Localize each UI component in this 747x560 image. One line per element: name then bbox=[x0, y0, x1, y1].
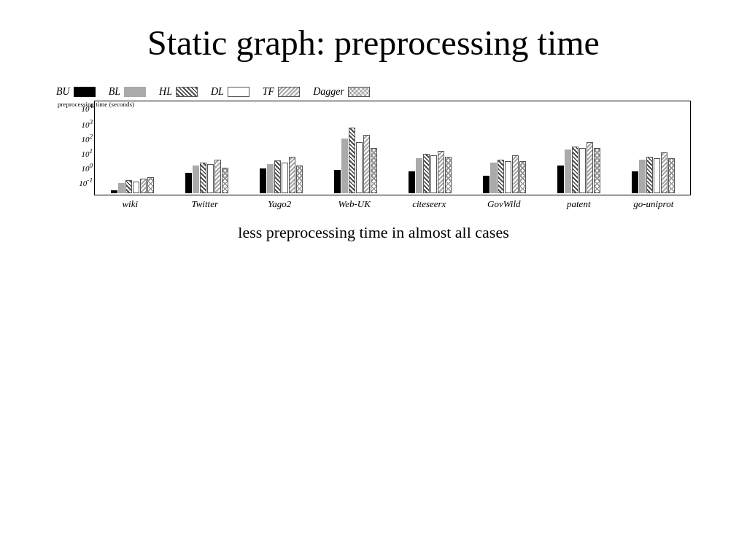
x-label-twitter: Twitter bbox=[168, 195, 243, 210]
x-label-yago2: Yago2 bbox=[242, 195, 317, 210]
bars-chart bbox=[94, 101, 691, 195]
x-label-citeseerx: citeseerx bbox=[392, 195, 467, 210]
x-label-wiki: wiki bbox=[93, 195, 168, 210]
bar-citeseerx-tf bbox=[438, 151, 444, 193]
bar-gouniprot-bu bbox=[632, 171, 638, 193]
bar-twitter-dl bbox=[207, 164, 214, 193]
y-tick-1: 101 bbox=[81, 147, 93, 158]
bar-patent-bl bbox=[565, 149, 571, 193]
legend-item-dl: DL bbox=[211, 86, 249, 98]
bar-twitter-hl bbox=[200, 163, 206, 193]
bar-yago2-bl bbox=[267, 164, 274, 193]
bar-twitter-bu bbox=[185, 173, 192, 193]
bar-webuk-dl bbox=[356, 142, 363, 193]
bar-webuk-dagger bbox=[371, 148, 377, 193]
bar-govwild-bl bbox=[490, 163, 497, 193]
legend-label-dl: DL bbox=[211, 86, 224, 98]
bar-citeseerx-bu bbox=[409, 171, 415, 193]
legend-label-bu: BU bbox=[56, 86, 70, 98]
bar-yago2-dagger bbox=[296, 166, 303, 193]
legend-item-bu: BU bbox=[56, 86, 96, 98]
y-tick-neg1: 10-1 bbox=[79, 176, 93, 187]
bar-webuk-hl bbox=[349, 128, 355, 193]
bar-webuk-tf bbox=[363, 135, 370, 193]
bar-patent-dagger bbox=[594, 148, 600, 193]
group-yago2 bbox=[244, 103, 318, 193]
legend-item-bl: BL bbox=[109, 86, 146, 98]
x-label-gouniprot: go-uniprot bbox=[616, 195, 692, 210]
bar-gouniprot-hl bbox=[646, 157, 653, 193]
group-gouniprot bbox=[616, 103, 690, 193]
bar-govwild-tf bbox=[512, 155, 519, 193]
y-tick-3: 103 bbox=[81, 118, 93, 129]
bar-govwild-hl bbox=[498, 160, 504, 193]
bar-yago2-hl bbox=[274, 160, 281, 193]
bar-gouniprot-bl bbox=[639, 160, 646, 193]
bar-webuk-bl bbox=[341, 139, 348, 193]
y-tick-0: 100 bbox=[81, 162, 93, 173]
legend-label-bl: BL bbox=[109, 86, 120, 98]
bar-wiki-dl bbox=[133, 182, 139, 193]
bar-patent-bu bbox=[557, 166, 564, 193]
bar-gouniprot-dl bbox=[654, 158, 660, 193]
bar-wiki-bl bbox=[118, 183, 125, 193]
bar-yago2-tf bbox=[289, 157, 295, 193]
legend-item-hl: HL bbox=[159, 86, 198, 98]
bar-wiki-dagger bbox=[147, 177, 154, 193]
legend-label-hl: HL bbox=[159, 86, 172, 98]
bar-patent-hl bbox=[572, 147, 578, 193]
group-govwild bbox=[467, 103, 541, 193]
chart-legend: BU BL HL DL TF Dagger bbox=[56, 86, 691, 98]
x-label-webuk: Web-UK bbox=[317, 195, 392, 210]
bar-twitter-dagger bbox=[222, 168, 228, 193]
group-patent bbox=[541, 103, 616, 193]
bar-patent-dl bbox=[579, 148, 586, 193]
page: Static graph: preprocessing time BU BL H… bbox=[0, 0, 747, 560]
bar-govwild-bu bbox=[483, 176, 489, 193]
group-twitter bbox=[169, 103, 244, 193]
bar-twitter-tf bbox=[214, 160, 221, 193]
legend-box-hl bbox=[176, 87, 198, 97]
legend-label-tf: TF bbox=[263, 86, 274, 98]
bar-twitter-bl bbox=[193, 166, 199, 193]
legend-box-bu bbox=[74, 87, 96, 97]
chart-container: BU BL HL DL TF Dagger bbox=[56, 86, 691, 210]
bar-citeseerx-hl bbox=[423, 154, 430, 193]
x-axis-labels: wiki Twitter Yago2 Web-UK citeseerx GovW… bbox=[56, 195, 691, 210]
bar-yago2-dl bbox=[282, 163, 288, 193]
group-wiki bbox=[95, 103, 169, 193]
legend-label-dagger: Dagger bbox=[313, 86, 344, 98]
page-title: Static graph: preprocessing time bbox=[147, 22, 600, 64]
y-axis: preprocessing time (seconds) 104 103 102… bbox=[56, 101, 94, 195]
group-webuk bbox=[318, 103, 392, 193]
bar-webuk-bu bbox=[334, 170, 341, 193]
bar-patent-tf bbox=[587, 142, 593, 193]
group-citeseerx bbox=[392, 103, 467, 193]
subtitle: less preprocessing time in almost all ca… bbox=[238, 223, 508, 242]
bar-gouniprot-dagger bbox=[668, 158, 675, 193]
bar-wiki-tf bbox=[140, 179, 147, 193]
bar-gouniprot-tf bbox=[661, 152, 667, 193]
bar-citeseerx-dagger bbox=[445, 157, 452, 193]
legend-box-tf bbox=[278, 87, 300, 97]
legend-box-dagger bbox=[348, 87, 370, 97]
y-tick-2: 102 bbox=[81, 133, 93, 144]
bar-yago2-bu bbox=[260, 168, 266, 193]
y-axis-title: preprocessing time (seconds) bbox=[58, 101, 134, 108]
x-label-govwild: GovWild bbox=[467, 195, 542, 210]
bar-citeseerx-dl bbox=[430, 155, 437, 193]
bar-govwild-dagger bbox=[519, 161, 526, 193]
bar-govwild-dl bbox=[505, 161, 511, 193]
legend-box-dl bbox=[228, 87, 249, 97]
bar-citeseerx-bl bbox=[416, 158, 422, 193]
legend-item-tf: TF bbox=[263, 86, 300, 98]
legend-item-dagger: Dagger bbox=[313, 86, 370, 98]
chart-with-yaxis: preprocessing time (seconds) 104 103 102… bbox=[56, 101, 691, 195]
x-label-patent: patent bbox=[541, 195, 616, 210]
bar-wiki-hl bbox=[125, 180, 132, 193]
bar-wiki-bu bbox=[111, 190, 117, 193]
legend-box-bl bbox=[124, 87, 146, 97]
